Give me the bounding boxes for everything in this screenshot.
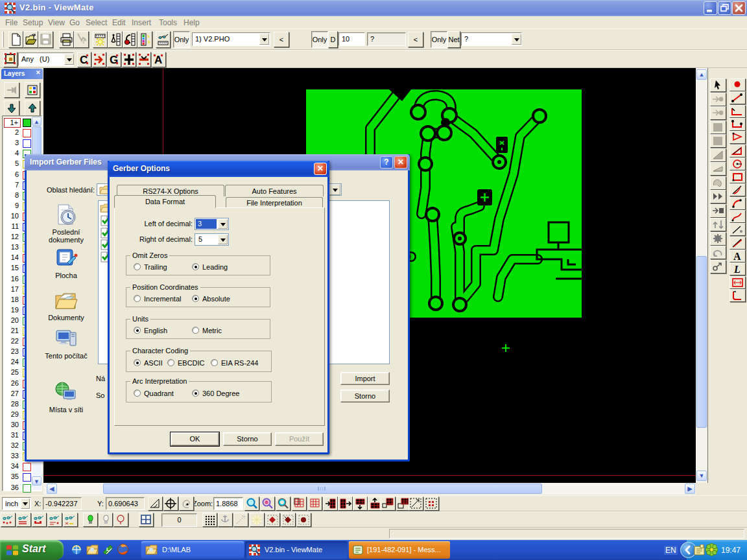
svg-text:A: A <box>733 251 741 262</box>
svg-text:L: L <box>106 546 110 552</box>
svg-text:L: L <box>733 264 741 275</box>
svg-text:?: ? <box>81 36 86 45</box>
